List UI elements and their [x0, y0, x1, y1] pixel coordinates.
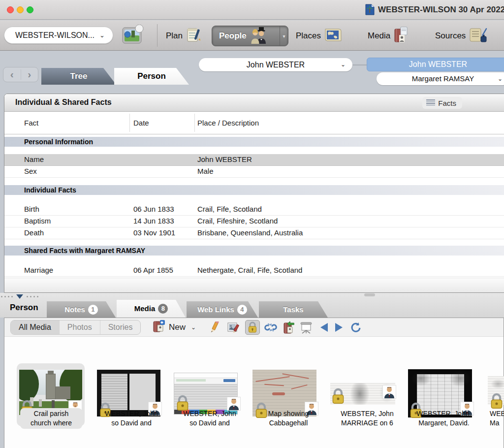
- media-capture-button[interactable]: [122, 25, 144, 45]
- splitter-collapse-handle[interactable]: [1, 294, 38, 299]
- caption-line: Ma: [490, 418, 504, 428]
- fact-label: Birth: [24, 205, 127, 213]
- tab-tasks[interactable]: Tasks: [259, 301, 328, 318]
- filter-photos[interactable]: Photos: [60, 320, 100, 334]
- fact-label: Name: [24, 155, 127, 163]
- tab-media-label: Media: [134, 304, 156, 313]
- facts-table: Fact Date Place / Description Personal I…: [4, 112, 504, 292]
- filter-stories[interactable]: Stories: [100, 320, 141, 334]
- lock-privatize-button[interactable]: [245, 320, 260, 335]
- media-count-badge: 8: [158, 304, 168, 314]
- edit-photo-details-button[interactable]: [226, 320, 241, 335]
- thumb-church-tower: [46, 374, 56, 399]
- tab-plan[interactable]: Plan: [166, 26, 202, 46]
- unlink-media-button[interactable]: [263, 320, 278, 335]
- filter-all-media[interactable]: All Media: [11, 320, 60, 334]
- caption-line: so David and: [173, 418, 247, 428]
- history-nav: ‹ ›: [3, 67, 38, 82]
- fact-row-baptism[interactable]: Baptism 14 Jun 1833 Crail, Fifeshire, Sc…: [4, 216, 504, 227]
- fact-row-sex[interactable]: Sex Male: [4, 166, 504, 178]
- people-dropdown-arrow[interactable]: ▾: [280, 26, 288, 46]
- tree-file-menu-label: WEBSTER-WILSON...: [15, 31, 94, 39]
- facts-panel-footer: [4, 278, 504, 292]
- column-header-date[interactable]: Date: [133, 119, 149, 127]
- media-caption[interactable]: Map showing Cabbagehall: [252, 409, 325, 428]
- tab-media[interactable]: Media: [368, 26, 409, 46]
- next-media-button[interactable]: [331, 320, 346, 335]
- facts-view-button[interactable]: Facts: [422, 97, 462, 109]
- notes-count-badge: 1: [88, 305, 98, 315]
- row-spacer: [4, 256, 504, 265]
- index-person-selector[interactable]: John WEBSTER ⌄: [199, 58, 352, 71]
- column-header-place[interactable]: Place / Description: [197, 119, 259, 127]
- lock-icon: [330, 388, 346, 407]
- back-button[interactable]: ‹: [3, 67, 21, 82]
- places-map-icon: [324, 27, 342, 45]
- media-caption[interactable]: Crail parish church where: [20, 408, 82, 429]
- tab-places-label: Places: [296, 31, 321, 41]
- fact-place: Crail, Fifeshire, Scotland: [197, 217, 503, 225]
- tab-sources[interactable]: Sources: [435, 26, 488, 46]
- fact-date: 06 Apr 1855: [133, 266, 193, 274]
- thumb-smudge: [350, 383, 370, 405]
- tab-media-pane[interactable]: Media8: [117, 300, 186, 318]
- fact-row-death[interactable]: Death 03 Nov 1901 Brisbane, Queensland, …: [4, 227, 504, 239]
- facts-table-icon: [426, 99, 435, 107]
- media-caption[interactable]: WEB Ma: [490, 409, 504, 428]
- selector-connector: [352, 64, 367, 65]
- caption-line: Map showing: [252, 409, 325, 418]
- caption-line: MARRIAGE on 6: [330, 418, 404, 428]
- thumb-browser-button: [223, 379, 235, 382]
- fact-label: Baptism: [24, 217, 127, 225]
- tab-web-links-label: Web Links: [197, 305, 234, 314]
- previous-media-button[interactable]: [316, 320, 331, 335]
- caption-line: Margaret, David.: [407, 418, 481, 428]
- tab-web-links[interactable]: Web Links4: [187, 301, 258, 318]
- tab-plan-label: Plan: [166, 31, 183, 41]
- tab-person-pane[interactable]: Person: [10, 303, 38, 313]
- tab-places[interactable]: Places: [296, 26, 342, 46]
- primary-person-badge[interactable]: John WEBSTER: [367, 58, 504, 71]
- fact-row-marriage[interactable]: Marriage 06 Apr 1855 Nethergate, Crail, …: [4, 265, 504, 277]
- facts-panel-title: Individual & Shared Facts: [15, 98, 112, 107]
- fact-date: 03 Nov 1901: [133, 228, 193, 237]
- tab-tree[interactable]: Tree: [41, 68, 116, 85]
- spouse-value: Margaret RAMSAY: [412, 74, 474, 83]
- media-caption[interactable]: WEBSTER, John so David and: [173, 409, 247, 428]
- media-caption[interactable]: WEBSTER, John so David and: [94, 409, 168, 428]
- thumb-tree-left: [19, 370, 39, 401]
- caption-line: WEBSTER, John: [173, 409, 247, 418]
- row-spacer: [4, 178, 504, 185]
- app-window: WEBSTER-WILSON 30 Apr 2022 WEBSTER-WILSO…: [0, 0, 504, 448]
- forward-button[interactable]: ›: [21, 67, 38, 82]
- tree-file-menu[interactable]: WEBSTER-WILSON... ⌄: [4, 27, 113, 44]
- fact-row-name[interactable]: Name John WEBSTER: [4, 154, 504, 166]
- tab-notes-label: Notes: [64, 305, 85, 314]
- column-header-fact[interactable]: Fact: [24, 119, 38, 127]
- zoom-window-button[interactable]: [27, 6, 33, 13]
- media-caption[interactable]: WEBSTER, John MARRIAGE on 6: [330, 409, 404, 428]
- fact-row-birth[interactable]: Birth 06 Jun 1833 Crail, Fife, Scotland: [4, 204, 504, 216]
- new-media-button[interactable]: New ⌄: [153, 320, 196, 335]
- media-book-icon: [394, 26, 409, 46]
- tab-tasks-label: Tasks: [283, 305, 303, 314]
- slideshow-screen-button[interactable]: [299, 320, 314, 335]
- media-caption[interactable]: WEBSTER, John, Margaret, David.: [407, 409, 481, 428]
- refresh-media-button[interactable]: [348, 320, 363, 335]
- thumb-browser-menu: [176, 379, 206, 382]
- tab-people-selected[interactable]: People ▾: [212, 26, 288, 46]
- export-media-button[interactable]: [281, 320, 296, 335]
- spouse-selector[interactable]: Margaret RAMSAY ⌄: [377, 72, 504, 85]
- close-window-button[interactable]: [7, 6, 14, 13]
- collapse-triangle-icon: [16, 294, 23, 299]
- edit-pencil-button[interactable]: [207, 320, 222, 335]
- chevron-down-icon: ⌄: [341, 58, 346, 71]
- chevron-down-icon: ⌄: [191, 324, 196, 331]
- thumb-map-line: [255, 376, 290, 382]
- tab-notes[interactable]: Notes1: [47, 301, 116, 318]
- splitter-grip[interactable]: [364, 293, 375, 296]
- caption-line: Cabbagehall: [252, 418, 325, 428]
- minimize-window-button[interactable]: [17, 6, 24, 13]
- fact-place: Brisbane, Queensland, Australia: [197, 228, 503, 237]
- tab-person[interactable]: Person: [114, 68, 189, 85]
